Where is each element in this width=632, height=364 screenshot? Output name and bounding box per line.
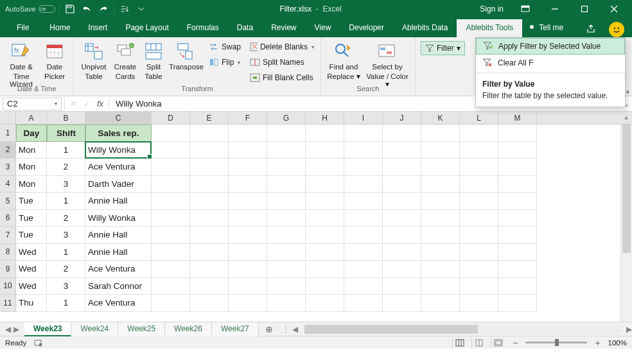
cell[interactable] <box>190 125 229 142</box>
tab-insert[interactable]: Insert <box>79 19 116 37</box>
cell[interactable] <box>267 125 306 142</box>
cell[interactable] <box>152 278 190 295</box>
cell[interactable] <box>344 210 383 227</box>
vertical-scrollbar[interactable] <box>620 125 632 322</box>
cell[interactable] <box>344 261 383 278</box>
cell[interactable] <box>229 193 267 210</box>
cell[interactable]: Wed <box>16 278 47 295</box>
cell[interactable] <box>190 193 229 210</box>
save-icon[interactable] <box>64 1 76 17</box>
hscroll-left-icon[interactable]: ◀ <box>292 325 298 334</box>
cell[interactable] <box>498 176 537 193</box>
cell[interactable]: Ace Ventura <box>85 159 152 176</box>
cell[interactable]: 2 <box>47 210 85 227</box>
cell[interactable]: Tue <box>16 227 47 244</box>
cell[interactable] <box>152 176 190 193</box>
cell[interactable] <box>306 125 344 142</box>
tab-review[interactable]: Review <box>262 19 305 37</box>
scroll-up-icon[interactable]: ▲ <box>620 112 632 123</box>
column-header[interactable]: F <box>229 112 267 125</box>
cell[interactable]: 3 <box>47 278 85 295</box>
cell[interactable] <box>306 227 344 244</box>
enter-formula-icon[interactable]: ✓ <box>83 99 91 108</box>
zoom-slider[interactable] <box>525 342 587 343</box>
column-header[interactable]: D <box>152 112 190 125</box>
row-header[interactable]: 1 <box>0 125 15 142</box>
cell[interactable] <box>152 227 190 244</box>
flip-button[interactable]: Flip▾ <box>206 55 246 69</box>
tab-ablebits-data[interactable]: Ablebits Data <box>393 19 457 37</box>
collapse-ribbon-icon[interactable]: ▲ <box>625 88 631 94</box>
cell[interactable] <box>344 142 383 159</box>
cell[interactable]: 3 <box>47 176 85 193</box>
cell[interactable] <box>498 227 537 244</box>
cell[interactable] <box>306 176 344 193</box>
row-header[interactable]: 10 <box>0 278 15 295</box>
cell[interactable]: Tue <box>16 210 47 227</box>
date-picker-button[interactable]: Date Picker <box>40 39 69 80</box>
sign-in-link[interactable]: Sign in <box>473 4 510 13</box>
cell[interactable] <box>190 261 229 278</box>
sort-icon[interactable] <box>118 1 131 17</box>
cell[interactable] <box>344 125 383 142</box>
view-page-break-icon[interactable] <box>491 338 505 348</box>
cell[interactable] <box>267 244 306 261</box>
cell[interactable]: 2 <box>47 159 85 176</box>
cancel-formula-icon[interactable]: ✕ <box>70 99 77 108</box>
datetime-wizard-button[interactable]: fx Date & Time Wizard <box>4 39 39 89</box>
tab-developer[interactable]: Developer <box>340 19 393 37</box>
cell[interactable] <box>229 244 267 261</box>
cell[interactable] <box>383 142 421 159</box>
cell[interactable] <box>190 244 229 261</box>
select-all-corner[interactable] <box>0 112 16 125</box>
cell[interactable] <box>306 261 344 278</box>
cell[interactable] <box>498 261 537 278</box>
cell[interactable]: Ace Ventura <box>85 261 152 278</box>
zoom-out-icon[interactable]: − <box>510 338 520 348</box>
tab-view[interactable]: View <box>306 19 340 37</box>
cell[interactable] <box>460 278 498 295</box>
cell[interactable] <box>190 176 229 193</box>
sheet-nav-next-icon[interactable]: ▶ <box>13 325 19 334</box>
autosave-toggle[interactable]: AutoSave Off <box>5 5 55 13</box>
new-sheet-button[interactable]: ⊕ <box>259 324 279 334</box>
filter-dropdown-button[interactable]: Filter▾ <box>421 41 465 55</box>
spreadsheet-grid[interactable]: ABCDEFGHIJKLM 1234567891011 DayShiftSale… <box>0 112 632 322</box>
feedback-icon[interactable] <box>609 22 624 37</box>
zoom-in-icon[interactable]: + <box>592 338 602 348</box>
sheet-tab[interactable]: Week27 <box>212 322 259 336</box>
cell[interactable]: Mon <box>16 142 47 159</box>
cell[interactable] <box>421 176 460 193</box>
cell[interactable]: Annie Hall <box>85 227 152 244</box>
cell[interactable] <box>498 278 537 295</box>
row-header[interactable]: 8 <box>0 244 15 261</box>
column-header[interactable]: H <box>306 112 344 125</box>
cell[interactable] <box>460 193 498 210</box>
tab-ablebits-tools[interactable]: Ablebits Tools <box>457 19 522 37</box>
cell[interactable] <box>306 295 344 312</box>
sheet-tab[interactable]: Week25 <box>118 322 165 336</box>
split-table-button[interactable]: Split Table <box>141 39 166 80</box>
cell[interactable]: Willy Wonka <box>85 210 152 227</box>
swap-button[interactable]: Swap <box>206 40 246 54</box>
cell[interactable]: Ace Ventura <box>85 295 152 312</box>
cell[interactable] <box>383 125 421 142</box>
cell[interactable] <box>306 142 344 159</box>
delete-blanks-button[interactable]: Delete Blanks▾ <box>247 40 317 54</box>
cell[interactable] <box>383 295 421 312</box>
cell[interactable] <box>306 278 344 295</box>
maximize-icon[interactable] <box>570 0 599 18</box>
tab-home[interactable]: Home <box>40 19 79 37</box>
cell[interactable] <box>306 193 344 210</box>
cell[interactable] <box>267 193 306 210</box>
cell[interactable] <box>421 125 460 142</box>
cell[interactable] <box>460 125 498 142</box>
cell[interactable] <box>229 227 267 244</box>
cell[interactable] <box>152 295 190 312</box>
cell[interactable] <box>460 261 498 278</box>
cell[interactable]: Darth Vader <box>85 176 152 193</box>
cell[interactable] <box>267 159 306 176</box>
cell[interactable] <box>383 261 421 278</box>
cell[interactable]: Wed <box>16 244 47 261</box>
cell[interactable] <box>498 159 537 176</box>
